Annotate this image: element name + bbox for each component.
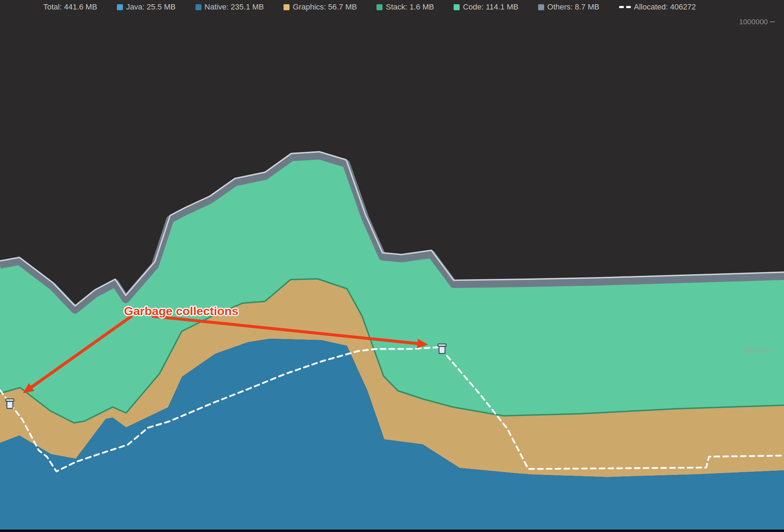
legend-item-others: Others: 8.7 MB: [538, 2, 599, 12]
native-swatch-icon: [195, 4, 201, 10]
legend-item-total: Total: 441.6 MB: [43, 2, 97, 12]
legend-item-label: Stack: 1.6 MB: [386, 2, 434, 12]
graphics-swatch-icon: [284, 4, 290, 10]
legend-bar: Total: 441.6 MBJava: 25.5 MBNative: 235.…: [43, 0, 696, 14]
code-swatch-icon: [454, 4, 460, 10]
legend-item-label: Native: 235.1 MB: [205, 2, 264, 12]
legend-item-label: Java: 25.5 MB: [126, 2, 176, 12]
baseline-strip: [0, 530, 784, 532]
axis-tick-value: 500000: [744, 346, 769, 355]
allocated-dash-icon: [619, 6, 631, 8]
legend-item-label: Total: 441.6 MB: [43, 2, 97, 12]
axis-tick-mark: [771, 350, 776, 351]
gc-event-trash-icon: [6, 399, 14, 408]
right-axis-label-1000000: 1000000: [739, 18, 775, 26]
legend-item-label: Graphics: 56.7 MB: [293, 2, 357, 12]
legend-item-label: Code: 114.1 MB: [463, 2, 518, 12]
legend-item-graphics: Graphics: 56.7 MB: [284, 2, 357, 12]
legend-item-java: Java: 25.5 MB: [117, 2, 176, 12]
axis-tick-mark: [770, 21, 775, 22]
garbage-collections-annotation: Garbage collections: [124, 304, 238, 318]
legend-item-label: Others: 8.7 MB: [547, 2, 599, 12]
memory-usage-stacked-chart[interactable]: [0, 0, 784, 532]
right-axis-label-500000: 500000: [744, 346, 776, 355]
java-swatch-icon: [117, 4, 123, 10]
legend-item-label: Allocated: 406272: [634, 2, 696, 12]
axis-tick-value: 1000000: [739, 18, 768, 26]
legend-item-native: Native: 235.1 MB: [195, 2, 264, 12]
gc-event-trash-icon: [438, 344, 446, 353]
memory-profiler-view: Total: 441.6 MBJava: 25.5 MBNative: 235.…: [0, 0, 784, 532]
legend-item-allocated: Allocated: 406272: [619, 2, 696, 12]
legend-item-code: Code: 114.1 MB: [454, 2, 518, 12]
stack-swatch-icon: [377, 4, 382, 10]
legend-item-stack: Stack: 1.6 MB: [377, 2, 434, 12]
others-swatch-icon: [538, 4, 544, 10]
